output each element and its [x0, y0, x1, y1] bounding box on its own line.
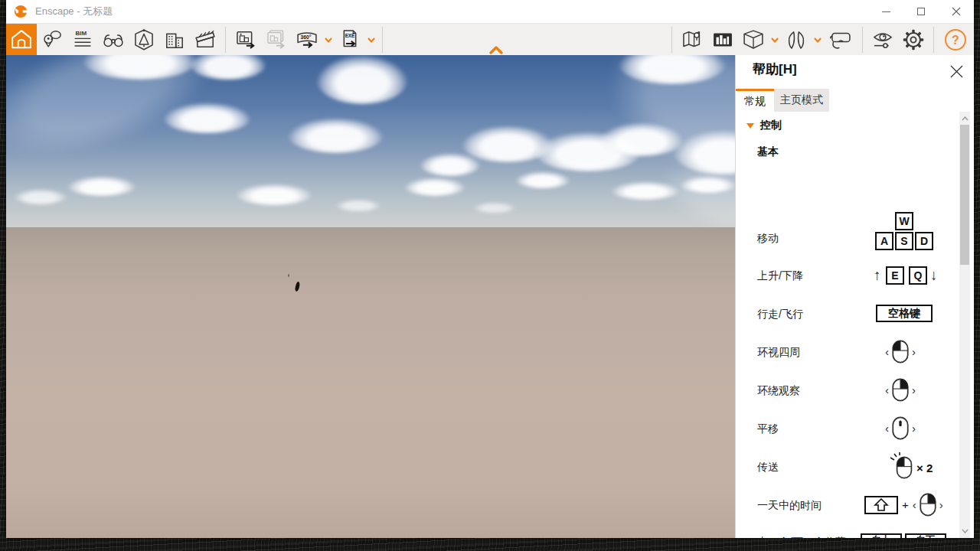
video-editor-button[interactable] — [190, 24, 220, 56]
location-pin-bubble-icon — [40, 28, 64, 52]
cloud — [680, 176, 735, 193]
help-panel-title: 帮助[H] — [753, 60, 797, 78]
site-context-button[interactable] — [37, 24, 67, 56]
help-tabs: 常规 主页模式 — [736, 89, 959, 112]
cloud — [236, 184, 312, 205]
arrow-down-icon: ↓ — [930, 267, 938, 284]
close-button[interactable] — [939, 0, 974, 23]
mouse-right-drag-icon — [918, 493, 938, 517]
settings-button[interactable] — [898, 24, 929, 56]
key-e: E — [886, 266, 904, 285]
projection-mode-button[interactable] — [738, 24, 769, 56]
help-button[interactable]: ? — [939, 24, 972, 56]
clapperboard-icon — [192, 27, 218, 53]
panorama-options-button[interactable] — [322, 24, 335, 56]
scroll-up-button[interactable] — [959, 113, 970, 124]
tab-home-mode[interactable]: 主页模式 — [774, 89, 829, 112]
row-label-pan: 平移 — [757, 422, 779, 436]
cloud — [335, 199, 381, 211]
close-icon — [952, 7, 961, 16]
key-w: W — [895, 212, 913, 230]
render-viewport[interactable] — [6, 55, 735, 538]
cloud — [14, 189, 67, 204]
home-icon — [8, 27, 34, 53]
chevron-up-icon — [962, 116, 969, 121]
bim-lines-icon: BIM — [70, 28, 95, 52]
rendered-image-icon — [710, 27, 736, 53]
window-title: Enscape - 无标题 — [35, 5, 113, 18]
multiplier-label: × 2 — [916, 461, 933, 474]
scrollbar-thumb[interactable] — [960, 125, 969, 265]
question-mark-icon: ? — [944, 28, 967, 51]
help-panel: 帮助[H] 常规 主页模式 控制 基本 移动 W A S D 上升/下 — [735, 55, 974, 538]
key-q: Q — [909, 266, 927, 285]
collapse-toolbar-button[interactable] — [484, 24, 508, 56]
toolbar-divider — [862, 27, 863, 53]
minimize-button[interactable] — [868, 0, 903, 23]
key-shift — [864, 496, 898, 514]
projection-options-button[interactable] — [769, 24, 781, 56]
row-label-ascend: 上升/下降 — [757, 269, 803, 283]
asset-placement-button[interactable] — [129, 24, 159, 56]
batch-export-icon-disabled — [263, 27, 289, 53]
toolbar-divider — [225, 27, 226, 53]
help-close-button[interactable] — [949, 64, 964, 79]
chevron-up-icon — [489, 46, 503, 54]
window-controls — [868, 0, 974, 23]
mouse-right-drag-icon: ‹ › — [884, 378, 917, 402]
collapse-triangle-icon[interactable] — [746, 123, 754, 129]
cube-3d-icon — [740, 27, 766, 53]
cloud — [404, 178, 466, 196]
minimize-icon — [882, 11, 890, 12]
screenshot-export-button[interactable] — [230, 24, 261, 56]
batch-export-button[interactable] — [261, 24, 292, 56]
chevron-down-icon — [771, 37, 779, 43]
wings-icon — [783, 27, 809, 53]
key-a: A — [875, 232, 893, 250]
exe-export-button[interactable]: EXE — [335, 24, 365, 56]
exe-export-icon: EXE — [337, 27, 363, 53]
image-export-icon — [233, 27, 259, 53]
row-label-orbit: 环绕观察 — [757, 384, 800, 398]
visual-settings-button[interactable] — [867, 24, 898, 56]
toolbar-divider — [933, 27, 934, 53]
bim-info-button[interactable]: BIM — [67, 24, 98, 56]
mini-map-button[interactable] — [677, 24, 707, 56]
cloud — [67, 176, 136, 196]
exe-options-button[interactable] — [365, 24, 377, 56]
row-label-look-around: 环视四周 — [757, 346, 800, 360]
row-label-fav-views: 上一个/下一个收藏视图 — [757, 532, 855, 538]
panorama-export-button[interactable]: 360° — [292, 24, 322, 56]
help-scrollbar[interactable] — [959, 112, 970, 538]
section-controls[interactable]: 控制 — [760, 119, 782, 132]
subsection-basic: 基本 — [757, 145, 779, 159]
enscape-logo-icon — [14, 5, 28, 18]
upgrade-model-button[interactable] — [159, 24, 190, 56]
asset-library-button[interactable] — [707, 24, 738, 56]
key-page-down: 向下 翻页 — [905, 533, 946, 538]
sky — [6, 55, 735, 227]
svg-text:?: ? — [952, 34, 959, 47]
maximize-button[interactable] — [903, 0, 939, 23]
home-button[interactable] — [6, 24, 37, 56]
cube-tree-icon — [131, 27, 157, 53]
chevron-down-icon — [325, 37, 332, 43]
title-bar: Enscape - 无标题 — [6, 0, 974, 23]
vr-mode-button[interactable] — [824, 24, 858, 56]
scroll-down-button[interactable] — [959, 526, 970, 536]
toolbar-divider — [382, 27, 383, 53]
row-label-teleport: 传送 — [757, 461, 779, 474]
buildings-icon — [162, 27, 188, 53]
svg-text:BIM: BIM — [75, 30, 87, 37]
eye-slider-icon — [870, 27, 896, 53]
fly-options-button[interactable] — [812, 24, 824, 56]
svg-text:360°: 360° — [301, 34, 312, 40]
arrow-up-icon: ↑ — [874, 267, 881, 284]
view-management-button[interactable] — [98, 24, 129, 56]
row-label-time-of-day: 一天中的时间 — [757, 499, 822, 513]
cloud — [288, 118, 384, 153]
fly-mode-button[interactable] — [781, 24, 812, 56]
key-page-up: 向上 翻页 — [861, 533, 902, 538]
tab-general[interactable]: 常规 — [736, 89, 774, 112]
key-spacebar: 空格键 — [876, 305, 933, 322]
